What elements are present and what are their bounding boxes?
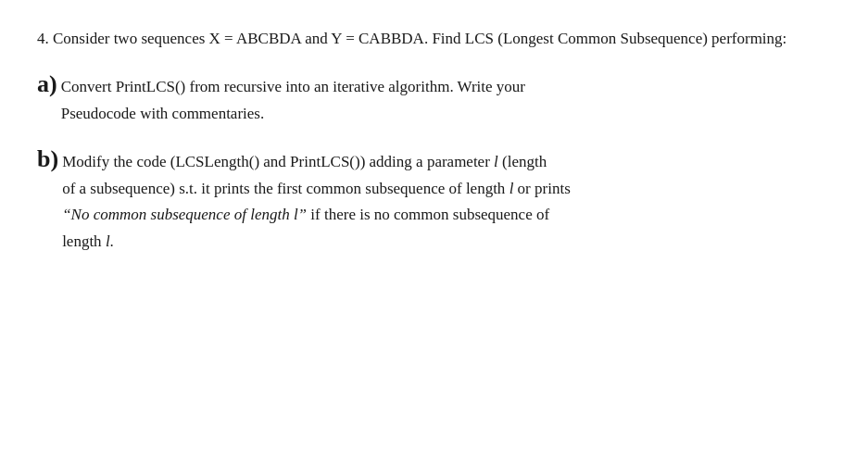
page-container: 4. Consider two sequences X = ABCBDA and…	[0, 0, 868, 464]
question-intro: Consider two sequences X = ABCBDA and Y …	[53, 30, 786, 47]
part-b-text-line1: Modify the code (LCSLength() and PrintLC…	[62, 153, 490, 170]
part-b-param: l	[494, 153, 498, 170]
part-a: a) Convert PrintLCS() from recursive int…	[37, 69, 831, 128]
question-number: 4.	[37, 30, 49, 47]
part-a-label: a)	[37, 69, 57, 98]
question-header: 4. Consider two sequences X = ABCBDA and…	[37, 26, 831, 53]
part-b-text-line4b: or prints	[518, 180, 571, 197]
part-b-row: b) Modify the code (LCSLength() and Prin…	[37, 144, 831, 257]
part-b-text-block: Modify the code (LCSLength() and PrintLC…	[62, 149, 831, 257]
part-a-text-line2: Pseudocode with commentaries.	[61, 105, 265, 122]
part-b-text-line2b: (length	[502, 153, 547, 170]
part-b-text-line3: of a subsequence) s.t. it prints the fir…	[62, 180, 505, 197]
part-a-text-line1: Convert PrintLCS() from recursive into a…	[61, 78, 525, 95]
part-b-param2b: l	[509, 180, 514, 197]
part-b: b) Modify the code (LCSLength() and Prin…	[37, 144, 831, 257]
part-b-quote: “No common subsequence of length l”	[62, 206, 307, 223]
part-b-text-line6: length	[62, 232, 102, 250]
part-a-text-block: Convert PrintLCS() from recursive into a…	[61, 74, 831, 128]
part-b-label: b)	[37, 144, 58, 173]
part-b-text-line5b: if there is no common subsequence of	[310, 206, 549, 223]
part-b-end: .	[110, 232, 114, 250]
part-a-row: a) Convert PrintLCS() from recursive int…	[37, 69, 831, 128]
